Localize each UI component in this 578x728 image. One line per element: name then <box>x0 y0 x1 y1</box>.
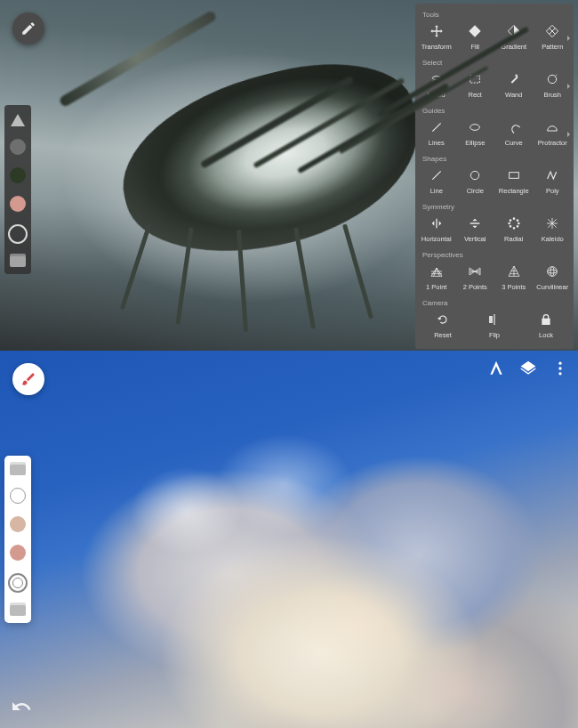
tool-rectangle-shape[interactable]: Rectangle <box>494 165 534 199</box>
tool-transform[interactable]: Transform <box>417 20 456 55</box>
rect-dashed-icon <box>467 71 483 87</box>
color-swatch-outline[interactable] <box>10 488 26 504</box>
section-label: Tools <box>417 7 572 20</box>
tool-sym-radial[interactable]: Radial <box>494 213 534 247</box>
tool-panel: ToolsTransformFillGradientPatternSelectL… <box>415 4 574 349</box>
tool-curve[interactable]: Curve <box>494 117 534 151</box>
tool-label: 1 Point <box>426 283 446 291</box>
line-diag-icon <box>429 119 445 135</box>
tool-gradient[interactable]: Gradient <box>494 20 534 55</box>
tool-protractor[interactable]: Protractor <box>534 117 573 151</box>
tool-row: LassoRectWandBrush <box>417 69 572 103</box>
tool-persp-3[interactable]: 3 Points <box>494 261 534 295</box>
diamond-fill-icon <box>467 23 483 39</box>
layers-icon[interactable] <box>10 256 26 267</box>
svg-point-2 <box>470 125 480 131</box>
lock-icon <box>538 311 554 328</box>
tool-row: TransformFillGradientPattern <box>417 20 572 55</box>
color-swatch-2[interactable] <box>10 545 26 561</box>
tool-label: 2 Points <box>463 283 487 291</box>
tool-sym-vertical[interactable]: Vertical <box>456 213 495 247</box>
tool-label: 3 Points <box>502 283 526 291</box>
tool-label: Lasso <box>428 91 446 99</box>
sidebar-bottom <box>4 456 31 623</box>
sym-kaleido-icon <box>544 215 560 231</box>
svg-point-5 <box>548 267 558 277</box>
section-label: Select <box>417 55 572 69</box>
section-label: Camera <box>417 295 572 309</box>
tool-cam-flip[interactable]: Flip <box>469 309 520 344</box>
color-swatch-2[interactable] <box>10 167 26 183</box>
tool-label: Line <box>430 187 443 195</box>
more-vert-icon <box>551 360 569 377</box>
svg-point-10 <box>558 372 561 375</box>
tool-lines[interactable]: Lines <box>417 117 456 151</box>
color-swatch-1[interactable] <box>10 139 26 155</box>
tool-lasso[interactable]: Lasso <box>417 69 456 103</box>
reset-icon <box>435 311 451 328</box>
section-label: Symmetry <box>417 199 572 213</box>
globe-grid-icon <box>544 263 560 279</box>
tool-cam-reset[interactable]: Reset <box>417 309 469 344</box>
circle-icon <box>467 167 483 183</box>
top-right-toolbar <box>487 360 569 377</box>
grid-1pt-icon <box>429 263 445 279</box>
guides-toggle[interactable] <box>487 360 505 377</box>
tool-fill[interactable]: Fill <box>456 20 495 55</box>
tool-line-shape[interactable]: Line <box>417 165 456 199</box>
tool-circle-shape[interactable]: Circle <box>456 165 495 199</box>
lasso-icon <box>429 71 445 87</box>
tool-label: Circle <box>467 187 484 195</box>
layers-icon[interactable] <box>10 465 26 475</box>
tool-persp-2[interactable]: 2 Points <box>456 261 495 295</box>
undo-button[interactable] <box>9 694 34 719</box>
section-label: Shapes <box>417 151 572 165</box>
diamond-pattern-icon <box>544 23 560 39</box>
tool-cam-lock[interactable]: Lock <box>520 309 572 344</box>
shape-tool-icon[interactable] <box>11 114 25 126</box>
tool-label: Lines <box>429 139 445 147</box>
brush-fab[interactable] <box>12 12 44 44</box>
grid-2pt-icon <box>467 263 483 279</box>
brush-fab[interactable] <box>12 363 44 395</box>
tool-persp-curv[interactable]: Curvilinear <box>534 261 573 295</box>
expand-caret-icon[interactable] <box>567 84 570 89</box>
brush-ring-icon[interactable] <box>8 224 28 244</box>
tool-sym-horizontal[interactable]: Horizontal <box>417 213 456 247</box>
svg-point-3 <box>471 171 479 179</box>
color-swatch-1[interactable] <box>10 516 26 532</box>
sym-h-icon <box>429 215 445 231</box>
expand-caret-icon[interactable] <box>567 36 570 41</box>
ellipse-icon <box>467 119 483 135</box>
undo-icon <box>11 696 32 717</box>
layers-button[interactable] <box>519 360 537 377</box>
tool-label: Horizontal <box>421 235 452 243</box>
expand-caret-icon[interactable] <box>567 132 570 137</box>
tool-persp-1[interactable]: 1 Point <box>417 261 456 295</box>
tool-rect-select[interactable]: Rect <box>456 69 495 103</box>
poly-icon <box>544 167 560 183</box>
sym-v-icon <box>467 215 483 231</box>
sym-radial-icon <box>506 215 522 231</box>
tool-wand[interactable]: Wand <box>494 69 534 103</box>
svg-rect-0 <box>470 76 480 83</box>
svg-point-6 <box>548 270 558 273</box>
compass-icon <box>487 360 505 377</box>
tool-label: Pattern <box>542 43 563 51</box>
tool-label: Lock <box>539 331 553 339</box>
overflow-menu[interactable] <box>551 360 569 377</box>
color-swatch-3[interactable] <box>10 196 26 212</box>
curve-icon <box>506 119 522 135</box>
tool-pattern[interactable]: Pattern <box>534 20 573 55</box>
tool-row: ResetFlipLock <box>417 309 572 344</box>
brush-ring-icon[interactable] <box>8 573 28 593</box>
brush-icon <box>20 371 36 387</box>
tool-brush-select[interactable]: Brush <box>534 69 573 103</box>
tool-label: Rectangle <box>499 187 529 195</box>
tool-poly-shape[interactable]: Poly <box>534 165 573 199</box>
tool-label: Kaleido <box>542 235 564 243</box>
tool-sym-kaleido[interactable]: Kaleido <box>534 213 573 247</box>
pencil-icon <box>20 20 36 36</box>
stack-icon[interactable] <box>10 605 26 616</box>
tool-ellipse[interactable]: Ellipse <box>456 117 495 151</box>
